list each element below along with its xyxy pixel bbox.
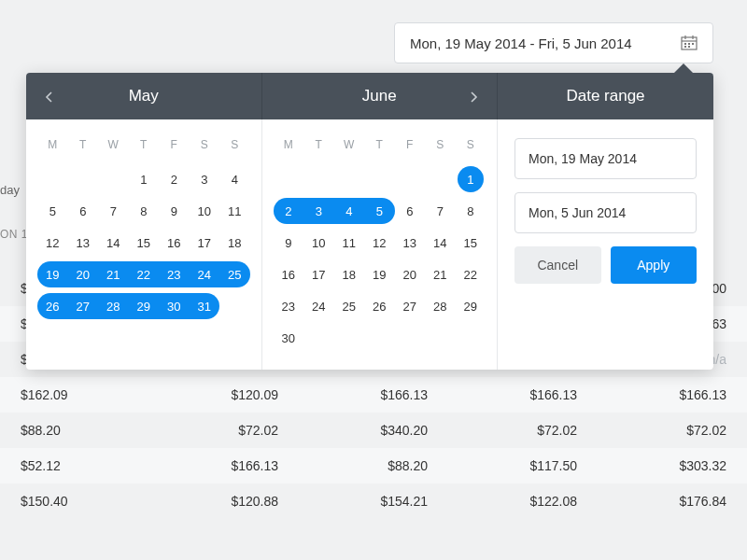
date-range-popover: May June Date range MTWTFSS 123456789101… <box>26 73 713 370</box>
weekday-label: T <box>68 133 99 157</box>
day-cell[interactable]: 2 <box>159 166 190 192</box>
weekday-label: M <box>274 133 304 157</box>
day-cell[interactable]: 1 <box>129 166 160 192</box>
month-left-label: May <box>129 87 159 105</box>
table-cell: $166.13 <box>448 387 598 402</box>
table-cell: $166.13 <box>598 387 747 402</box>
day-cell[interactable]: 26 <box>37 293 68 319</box>
day-cell[interactable]: 4 <box>334 198 365 224</box>
day-cell[interactable]: 2 <box>274 198 304 224</box>
day-cell[interactable]: 5 <box>37 198 68 224</box>
day-cell[interactable]: 6 <box>395 198 426 224</box>
day-cell[interactable]: 27 <box>395 293 426 319</box>
day-label: day <box>0 183 20 197</box>
table-cell: $120.88 <box>149 494 299 509</box>
day-cell[interactable]: 13 <box>395 230 426 256</box>
day-cell[interactable]: 8 <box>456 198 486 224</box>
range-to-input[interactable]: Mon, 5 Jun 2014 <box>514 192 697 233</box>
day-cell[interactable]: 16 <box>274 261 304 287</box>
day-cell[interactable]: 9 <box>274 230 304 256</box>
table-cell: $88.20 <box>0 423 149 438</box>
month-header-left: May <box>26 73 262 119</box>
day-cell[interactable]: 25 <box>219 261 250 287</box>
table-cell: $72.02 <box>149 423 299 438</box>
table-row: $88.20$72.02$340.20$72.02$72.02 <box>0 413 747 448</box>
table-cell: $303.32 <box>598 458 747 473</box>
day-cell[interactable]: 25 <box>334 293 365 319</box>
day-cell[interactable]: 21 <box>425 261 456 287</box>
day-cell[interactable]: 12 <box>364 230 395 256</box>
day-cell[interactable]: 14 <box>425 230 456 256</box>
table-cell: $117.50 <box>448 458 598 473</box>
day-cell[interactable]: 29 <box>456 293 486 319</box>
day-cell[interactable]: 29 <box>129 293 160 319</box>
day-cell[interactable]: 11 <box>219 198 250 224</box>
table-row: $150.40$120.88$154.21$122.08$176.84 <box>0 483 747 519</box>
day-cell[interactable]: 22 <box>456 261 486 287</box>
day-cell[interactable]: 17 <box>303 261 334 287</box>
day-cell[interactable]: 19 <box>364 261 395 287</box>
table-row: $52.12$166.13$88.20$117.50$303.32 <box>0 448 747 483</box>
day-cell[interactable]: 16 <box>159 230 190 256</box>
day-cell[interactable]: 9 <box>159 198 190 224</box>
apply-button[interactable]: Apply <box>611 246 698 284</box>
popover-arrow <box>674 63 693 73</box>
day-cell[interactable]: 17 <box>190 230 220 256</box>
day-cell[interactable]: 12 <box>37 230 68 256</box>
weekday-label: S <box>456 133 486 157</box>
cancel-button[interactable]: Cancel <box>514 246 601 284</box>
day-cell[interactable]: 14 <box>98 230 129 256</box>
day-cell[interactable]: 7 <box>425 198 456 224</box>
day-cell[interactable]: 3 <box>303 198 334 224</box>
day-cell[interactable]: 24 <box>190 261 220 287</box>
day-cell[interactable]: 23 <box>274 293 304 319</box>
day-cell[interactable]: 8 <box>129 198 160 224</box>
date-range-text: Mon, 19 May 2014 - Fri, 5 Jun 2014 <box>410 35 681 51</box>
weekday-label: T <box>364 133 395 157</box>
day-cell[interactable]: 30 <box>159 293 190 319</box>
calendar-icon <box>681 35 698 50</box>
day-cell[interactable]: 18 <box>334 261 365 287</box>
day-cell[interactable]: 4 <box>219 166 250 192</box>
day-cell[interactable]: 13 <box>68 230 99 256</box>
day-cell[interactable]: 28 <box>98 293 129 319</box>
day-cell[interactable]: 1 <box>458 166 484 192</box>
day-cell[interactable]: 15 <box>129 230 160 256</box>
month-right-label: June <box>362 87 397 105</box>
table-cell: $176.84 <box>598 494 747 509</box>
day-cell[interactable]: 15 <box>456 230 486 256</box>
calendar-june: MTWTFSS 12345678910111213141516171819202… <box>262 119 498 370</box>
date-range-input[interactable]: Mon, 19 May 2014 - Fri, 5 Jun 2014 <box>394 22 713 63</box>
day-cell[interactable]: 26 <box>364 293 395 319</box>
day-cell[interactable]: 10 <box>190 198 220 224</box>
day-cell[interactable]: 3 <box>190 166 220 192</box>
table-cell: $166.13 <box>299 387 448 402</box>
section-label: ON 1 <box>0 228 28 241</box>
day-cell[interactable]: 22 <box>129 261 160 287</box>
day-cell[interactable]: 11 <box>334 230 365 256</box>
day-cell[interactable]: 18 <box>219 230 250 256</box>
table-cell: $52.12 <box>0 458 149 473</box>
range-from-input[interactable]: Mon, 19 May 2014 <box>514 138 697 179</box>
day-cell[interactable]: 30 <box>274 325 304 351</box>
next-month-button[interactable] <box>467 90 480 103</box>
day-cell[interactable]: 21 <box>98 261 129 287</box>
svg-rect-5 <box>688 43 690 45</box>
day-cell[interactable]: 10 <box>303 230 334 256</box>
day-cell[interactable]: 23 <box>159 261 190 287</box>
day-cell[interactable]: 20 <box>68 261 99 287</box>
table-cell: $340.20 <box>299 423 448 438</box>
day-cell[interactable]: 24 <box>303 293 334 319</box>
day-cell[interactable]: 6 <box>68 198 99 224</box>
day-cell[interactable]: 28 <box>425 293 456 319</box>
day-cell[interactable]: 19 <box>37 261 68 287</box>
weekday-label: S <box>219 133 250 157</box>
day-cell[interactable]: 5 <box>364 198 395 224</box>
day-cell[interactable]: 20 <box>395 261 426 287</box>
prev-month-button[interactable] <box>43 90 56 103</box>
day-cell[interactable]: 7 <box>98 198 129 224</box>
day-cell[interactable]: 31 <box>190 293 220 319</box>
day-cell[interactable]: 27 <box>68 293 99 319</box>
table-cell: $120.09 <box>149 387 299 402</box>
table-cell: $166.13 <box>149 458 299 473</box>
